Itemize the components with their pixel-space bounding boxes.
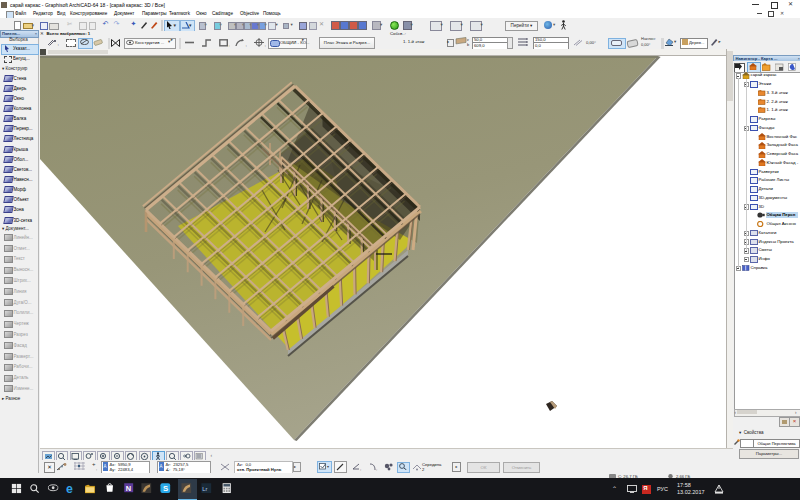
svg-text:b: b xyxy=(467,42,470,47)
svg-text:N: N xyxy=(126,484,131,493)
svg-text:e: e xyxy=(66,483,73,494)
svg-text:Lr: Lr xyxy=(202,486,207,492)
svg-text:S: S xyxy=(163,484,168,493)
